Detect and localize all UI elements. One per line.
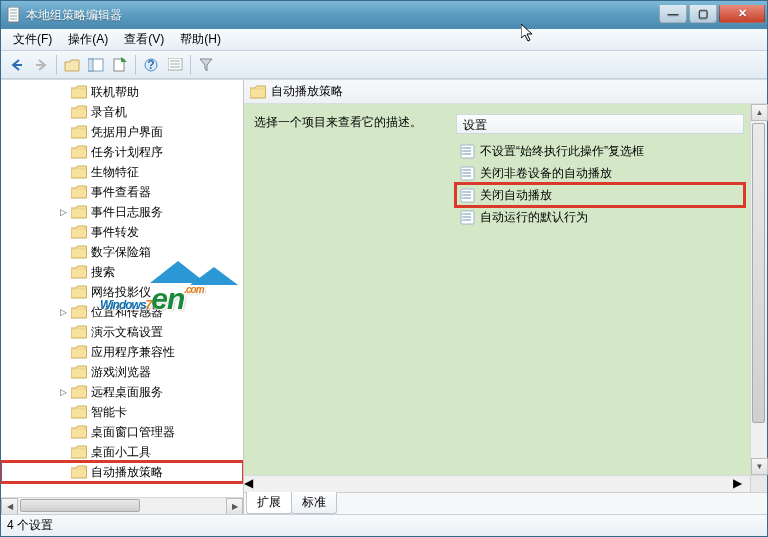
scroll-right-button[interactable]: ▶	[733, 476, 750, 492]
tree-item[interactable]: 网络投影仪	[1, 282, 243, 302]
scroll-thumb[interactable]	[263, 477, 473, 490]
forward-arrow-icon	[34, 58, 48, 72]
toolbar: ?	[1, 51, 767, 79]
tree-item[interactable]: 凭据用户界面	[1, 122, 243, 142]
setting-label: 不设置“始终执行此操作”复选框	[480, 143, 644, 160]
content-h-scrollbar[interactable]: ◀ ▶	[244, 475, 767, 492]
svg-text:?: ?	[147, 58, 154, 72]
export-icon	[113, 57, 128, 72]
filter-button[interactable]	[195, 54, 217, 76]
tree-viewport[interactable]: 联机帮助录音机凭据用户界面任务计划程序生物特征事件查看器▷事件日志服务事件转发数…	[1, 80, 243, 497]
content-body: 选择一个项目来查看它的描述。 设置 不设置“始终执行此操作”复选框关闭非卷设备的…	[244, 104, 750, 475]
tree-item[interactable]: 生物特征	[1, 162, 243, 182]
folder-icon	[71, 105, 87, 119]
scroll-right-button[interactable]: ▶	[226, 498, 243, 515]
tree-item[interactable]: 演示文稿设置	[1, 322, 243, 342]
status-text: 4 个设置	[7, 517, 53, 534]
tree-item[interactable]: 游戏浏览器	[1, 362, 243, 382]
scroll-thumb[interactable]	[752, 123, 765, 423]
app-window: 本地组策略编辑器 — ▢ ✕ 文件(F) 操作(A) 查看(V) 帮助(H) ?…	[0, 0, 768, 537]
up-button[interactable]	[61, 54, 83, 76]
tree-item[interactable]: 智能卡	[1, 402, 243, 422]
setting-item[interactable]: 不设置“始终执行此操作”复选框	[456, 140, 744, 162]
title-bar[interactable]: 本地组策略编辑器 — ▢ ✕	[1, 1, 767, 29]
tree-item[interactable]: ▷远程桌面服务	[1, 382, 243, 402]
window-title: 本地组策略编辑器	[26, 7, 657, 24]
svg-point-33	[462, 194, 464, 196]
column-header-setting[interactable]: 设置	[456, 114, 744, 134]
content-body-wrap: 选择一个项目来查看它的描述。 设置 不设置“始终执行此操作”复选框关闭非卷设备的…	[244, 104, 767, 475]
folder-icon	[71, 425, 87, 439]
tree-item[interactable]: 事件转发	[1, 222, 243, 242]
folder-icon	[71, 345, 87, 359]
tree-item-label: 游戏浏览器	[91, 364, 151, 381]
setting-icon	[460, 210, 475, 225]
menu-view[interactable]: 查看(V)	[116, 29, 172, 50]
setting-item[interactable]: 关闭自动播放	[456, 184, 744, 206]
scroll-track[interactable]	[751, 121, 767, 458]
scroll-up-button[interactable]: ▲	[751, 104, 768, 121]
forward-button[interactable]	[30, 54, 52, 76]
tree-item[interactable]: ▷事件日志服务	[1, 202, 243, 222]
scroll-left-button[interactable]: ◀	[244, 476, 261, 492]
back-arrow-icon	[10, 58, 24, 72]
setting-item[interactable]: 关闭非卷设备的自动播放	[456, 162, 744, 184]
tree-item-label: 应用程序兼容性	[91, 344, 175, 361]
export-button[interactable]	[109, 54, 131, 76]
folder-icon	[71, 145, 87, 159]
tree-item[interactable]: 数字保险箱	[1, 242, 243, 262]
tree-item-label: 位置和传感器	[91, 304, 163, 321]
tree-item-label: 演示文稿设置	[91, 324, 163, 341]
expander-icon[interactable]: ▷	[57, 207, 69, 217]
scrollbar-corner	[750, 476, 767, 492]
tree-item-label: 桌面小工具	[91, 444, 151, 461]
tree-item[interactable]: ▷位置和传感器	[1, 302, 243, 322]
minimize-button[interactable]: —	[659, 5, 687, 23]
scroll-track[interactable]	[18, 498, 226, 515]
tree-item[interactable]: 自动播放策略	[1, 462, 243, 482]
settings-column: 设置 不设置“始终执行此操作”复选框关闭非卷设备的自动播放关闭自动播放自动运行的…	[456, 114, 744, 473]
content-header: 自动播放策略	[244, 80, 767, 104]
menu-help[interactable]: 帮助(H)	[172, 29, 229, 50]
folder-icon	[71, 445, 87, 459]
properties-icon	[168, 58, 183, 71]
tree-h-scrollbar[interactable]: ◀ ▶	[1, 497, 243, 514]
help-button[interactable]: ?	[140, 54, 162, 76]
tab-standard[interactable]: 标准	[291, 492, 337, 514]
tree-item[interactable]: 事件查看器	[1, 182, 243, 202]
back-button[interactable]	[6, 54, 28, 76]
settings-list: 不设置“始终执行此操作”复选框关闭非卷设备的自动播放关闭自动播放自动运行的默认行…	[456, 134, 744, 228]
menu-file[interactable]: 文件(F)	[5, 29, 60, 50]
scroll-down-button[interactable]: ▼	[751, 458, 768, 475]
folder-icon	[71, 465, 87, 479]
tree-toggle-button[interactable]	[85, 54, 107, 76]
tree-item-label: 事件转发	[91, 224, 139, 241]
close-button[interactable]: ✕	[719, 5, 765, 23]
tree-item[interactable]: 任务计划程序	[1, 142, 243, 162]
expander-icon[interactable]: ▷	[57, 307, 69, 317]
scroll-left-button[interactable]: ◀	[1, 498, 18, 515]
maximize-button[interactable]: ▢	[689, 5, 717, 23]
folder-icon	[71, 225, 87, 239]
tree-item[interactable]: 应用程序兼容性	[1, 342, 243, 362]
tab-extended[interactable]: 扩展	[246, 492, 292, 514]
tree-item[interactable]: 录音机	[1, 102, 243, 122]
setting-item[interactable]: 自动运行的默认行为	[456, 206, 744, 228]
expander-icon[interactable]: ▷	[57, 387, 69, 397]
tree-item[interactable]: 桌面小工具	[1, 442, 243, 462]
tree-item[interactable]: 联机帮助	[1, 82, 243, 102]
properties-button[interactable]	[164, 54, 186, 76]
tree-item[interactable]: 搜索	[1, 262, 243, 282]
show-tree-icon	[88, 58, 104, 72]
tree-item-label: 远程桌面服务	[91, 384, 163, 401]
folder-icon	[71, 365, 87, 379]
tree-item[interactable]: 桌面窗口管理器	[1, 422, 243, 442]
setting-label: 自动运行的默认行为	[480, 209, 588, 226]
tree-item-label: 任务计划程序	[91, 144, 163, 161]
scroll-track[interactable]	[261, 476, 733, 492]
menu-action[interactable]: 操作(A)	[60, 29, 116, 50]
folder-icon	[71, 385, 87, 399]
content-v-scrollbar[interactable]: ▲ ▼	[750, 104, 767, 475]
tree-panel: 联机帮助录音机凭据用户界面任务计划程序生物特征事件查看器▷事件日志服务事件转发数…	[1, 80, 244, 514]
scroll-thumb[interactable]	[20, 499, 140, 512]
